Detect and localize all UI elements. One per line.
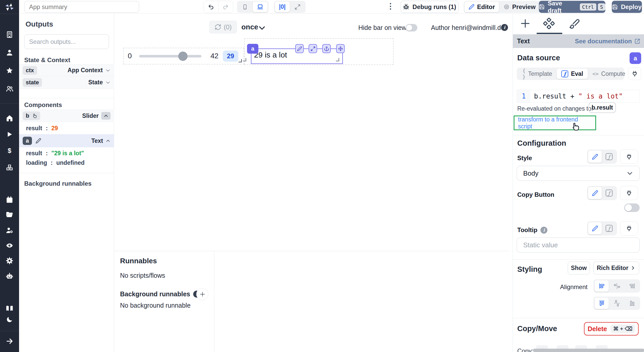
chevron-down-icon[interactable]: [105, 68, 111, 73]
copy-button-toggle[interactable]: [624, 203, 640, 212]
eval-code-editor[interactable]: 1 b.result + " is a lot": [517, 90, 640, 103]
connect-plug-button[interactable]: [620, 221, 638, 235]
collapse-arrow-icon[interactable]: [0, 334, 19, 348]
show-styling-button[interactable]: Show: [568, 261, 590, 274]
more-menu-button[interactable]: ⋮: [387, 2, 394, 11]
insert-component-tab[interactable]: [520, 18, 531, 29]
static-edit-button[interactable]: [588, 187, 602, 199]
favorites-star-icon[interactable]: [0, 63, 19, 78]
style-select[interactable]: Body: [517, 166, 640, 181]
fullscreen-button[interactable]: [290, 2, 305, 12]
static-edit-button[interactable]: [588, 151, 602, 163]
centered-layout-button[interactable]: |0|: [275, 2, 290, 12]
slider-value-badge[interactable]: 29: [223, 51, 238, 62]
app-summary-input[interactable]: [24, 1, 139, 13]
connect-plug-button[interactable]: [620, 150, 638, 164]
delete-component-button[interactable]: Delete ⌘ + ⌫: [584, 322, 639, 335]
schedules-calendar-icon[interactable]: [0, 193, 19, 207]
chevron-down-icon[interactable]: [258, 24, 266, 32]
hide-bar-toggle[interactable]: [405, 24, 417, 31]
align-middle-button[interactable]: [610, 298, 624, 309]
output-row-state[interactable]: state State: [19, 76, 114, 89]
editor-tab[interactable]: Editor: [464, 2, 499, 12]
eval-edit-button[interactable]: ƒ: [602, 222, 616, 234]
runs-play-icon[interactable]: [0, 127, 19, 142]
static-edit-button[interactable]: [588, 222, 602, 234]
component-settings-tab[interactable]: [543, 18, 555, 29]
align-top-button[interactable]: [595, 298, 609, 309]
edit-component-button[interactable]: [295, 44, 304, 53]
workspace-icon[interactable]: [0, 27, 19, 42]
global-styling-tab[interactable]: [569, 18, 580, 29]
connect-plug-button[interactable]: [628, 68, 641, 80]
resources-cubes-icon[interactable]: [0, 160, 19, 175]
settings-gear-icon[interactable]: [0, 253, 19, 268]
move-component-button[interactable]: [336, 44, 345, 53]
horizontal-scrollbar[interactable]: [533, 349, 644, 352]
slider-grid-cell[interactable]: 0 42 29: [123, 48, 244, 64]
output-row-ctx[interactable]: ctx App Context: [19, 64, 114, 76]
save-icon: [539, 4, 545, 10]
component-row-text[interactable]: a Text: [19, 134, 114, 147]
collapse-chevron-button[interactable]: [101, 112, 111, 120]
folders-icon[interactable]: [0, 207, 19, 222]
plus-icon: [199, 291, 206, 297]
redo-button[interactable]: [218, 2, 233, 12]
refresh-button[interactable]: (0): [209, 21, 237, 34]
tooltip-field[interactable]: [517, 238, 640, 252]
tooltip-input[interactable]: [517, 238, 640, 252]
audit-eye-icon[interactable]: [0, 238, 19, 253]
background-runnables-title: Background runnables: [24, 180, 91, 187]
align-right-button[interactable]: [625, 280, 639, 292]
variables-dollar-icon[interactable]: $: [0, 144, 19, 158]
anchor-component-button[interactable]: [322, 44, 331, 53]
deploy-button[interactable]: Deploy: [612, 1, 642, 13]
align-bottom-button[interactable]: [625, 298, 639, 309]
compute-tab[interactable]: <> Compute: [588, 69, 630, 79]
workers-usercog-icon[interactable]: [0, 223, 19, 238]
pencil-icon[interactable]: [36, 138, 41, 144]
groups-icon[interactable]: [0, 81, 19, 96]
align-center-button[interactable]: [610, 280, 624, 292]
text-loading-value: undefined: [56, 159, 84, 166]
resize-handle[interactable]: [239, 59, 242, 62]
dark-mode-moon-icon[interactable]: [0, 312, 19, 327]
mobile-view-button[interactable]: [238, 2, 252, 12]
template-tab[interactable]: { } Template: [518, 69, 557, 79]
resize-handle[interactable]: [336, 58, 339, 61]
debug-runs-button[interactable]: Debug runs (1): [401, 1, 459, 13]
reeval-dependency-pill[interactable]: b.result: [589, 102, 616, 113]
ai-robot-icon[interactable]: [0, 269, 19, 283]
home-icon[interactable]: [0, 111, 19, 125]
chevron-down-icon[interactable]: [105, 80, 111, 85]
info-icon[interactable]: i: [501, 24, 508, 31]
align-left-button[interactable]: [595, 280, 609, 292]
eval-edit-button[interactable]: ƒ: [602, 151, 616, 163]
add-background-runnable-button[interactable]: [196, 288, 208, 300]
user-icon[interactable]: [0, 45, 19, 60]
slider-track[interactable]: [139, 55, 201, 58]
rich-editor-button[interactable]: Rich Editor: [593, 261, 639, 274]
transform-frontend-script-link[interactable]: transform to a frontend script: [518, 116, 592, 130]
undo-button[interactable]: [204, 2, 218, 12]
expand-component-button[interactable]: [309, 44, 317, 53]
search-outputs-input[interactable]: [24, 34, 109, 49]
resize-handle[interactable]: [243, 58, 246, 61]
eval-tab[interactable]: ƒ Eval: [557, 69, 588, 79]
component-row-slider[interactable]: b Slider: [19, 110, 114, 122]
slider-chip[interactable]: b: [23, 111, 40, 120]
preview-tab[interactable]: Preview: [499, 2, 540, 12]
save-draft-button[interactable]: Save draft Ctrl S: [539, 1, 605, 13]
see-documentation-link[interactable]: See documentation: [575, 38, 640, 45]
settings-panel: Text See documentation Data source a { }…: [513, 14, 644, 352]
app-canvas[interactable]: (0) once Hide bar on view Author henri@w…: [114, 14, 509, 251]
desktop-view-button[interactable]: [253, 2, 268, 12]
connect-plug-button[interactable]: [620, 186, 638, 200]
collapse-chevron-icon[interactable]: [106, 138, 111, 143]
info-icon[interactable]: i: [540, 227, 547, 234]
slider-handle[interactable]: [178, 52, 188, 61]
app-summary-field[interactable]: [24, 1, 139, 13]
windmill-logo-icon[interactable]: [4, 2, 15, 12]
refresh-mode-select[interactable]: once: [241, 23, 258, 31]
eval-edit-button[interactable]: ƒ: [602, 187, 616, 199]
